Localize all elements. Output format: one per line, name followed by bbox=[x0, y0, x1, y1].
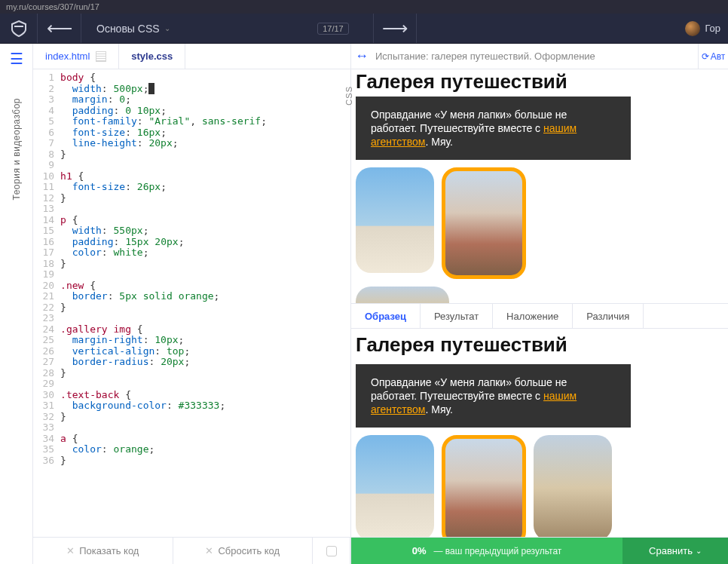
prev-lesson-button[interactable]: ⟵ bbox=[38, 14, 81, 43]
compare-button[interactable]: Сравнить ⌄ bbox=[622, 538, 728, 564]
compare-tabs: Образец Результат Наложение Различия bbox=[351, 303, 728, 329]
tab-index-html[interactable]: index.html bbox=[33, 44, 119, 69]
css-vertical-label[interactable]: CSS bbox=[344, 86, 353, 106]
refresh-icon: ⟳ bbox=[702, 51, 709, 62]
gallery-row bbox=[356, 167, 723, 279]
menu-icon[interactable]: ☰ bbox=[10, 50, 23, 68]
result-pane: Галерея путешествий Оправдание «У меня л… bbox=[351, 69, 728, 303]
intro-paragraph: Оправдание «У меня лапки» больше не рабо… bbox=[356, 364, 631, 428]
tab-diff[interactable]: Различия bbox=[573, 304, 644, 328]
gallery-row bbox=[356, 287, 723, 303]
preview-header: ↔ Испытание: галерея путешествий. Оформл… bbox=[351, 44, 728, 69]
run-button[interactable] bbox=[313, 538, 350, 564]
gallery-image-new bbox=[442, 435, 526, 537]
page-url: my.ru/courses/307/run/17 bbox=[6, 2, 99, 11]
chevron-down-icon: ⌄ bbox=[696, 547, 702, 555]
app-header: ⟵ Основы CSS ⌄ 17/17 ⟶ Гор bbox=[0, 14, 728, 44]
file-tabs: index.html style.css bbox=[33, 44, 350, 69]
avatar bbox=[685, 21, 700, 36]
chevron-down-icon: ⌄ bbox=[164, 24, 170, 32]
preview-title: Испытание: галерея путешествий. Оформлен… bbox=[372, 51, 698, 62]
tab-style-css[interactable]: style.css bbox=[119, 44, 185, 69]
gallery-image bbox=[356, 287, 449, 303]
left-rail: ☰ Теория и видеоразбор bbox=[0, 44, 33, 564]
course-selector[interactable]: Основы CSS ⌄ 17/17 bbox=[81, 14, 373, 43]
user-menu[interactable]: Гор bbox=[678, 21, 728, 36]
enter-key-icon bbox=[326, 546, 337, 556]
gallery-heading: Галерея путешествий bbox=[356, 74, 723, 89]
gallery-image bbox=[356, 167, 434, 273]
intro-paragraph: Оправдание «У меня лапки» больше не рабо… bbox=[356, 97, 631, 160]
tab-result[interactable]: Результат bbox=[421, 304, 493, 328]
preview-bottom-bar: 0% — ваш предыдущий результат Сравнить ⌄ bbox=[351, 537, 728, 564]
reference-pane: Галерея путешествий Оправдание «У меня л… bbox=[351, 329, 728, 537]
resize-handle-icon[interactable]: ↔ bbox=[351, 48, 372, 64]
gallery-image-new bbox=[442, 167, 526, 279]
gallery-heading: Галерея путешествий bbox=[356, 333, 723, 357]
gallery-row bbox=[356, 435, 723, 537]
next-lesson-button[interactable]: ⟶ bbox=[373, 14, 417, 43]
show-answer-button[interactable]: ✕Показать код bbox=[33, 538, 173, 564]
theory-tab[interactable]: Теория и видеоразбор bbox=[11, 98, 22, 200]
editor-bottom-bar: ✕Показать код ✕Сбросить код bbox=[33, 537, 350, 564]
tab-sample[interactable]: Образец bbox=[351, 304, 421, 328]
score-button[interactable]: 0% — ваш предыдущий результат bbox=[351, 538, 622, 564]
code-editor[interactable]: 1234567891011121314151617181920212223242… bbox=[33, 69, 350, 537]
auto-refresh-button[interactable]: ⟳ Авт bbox=[698, 44, 728, 69]
progress-badge: 17/17 bbox=[317, 23, 349, 35]
course-title: Основы CSS bbox=[96, 23, 160, 35]
username: Гор bbox=[705, 23, 720, 34]
tab-overlay[interactable]: Наложение bbox=[493, 304, 573, 328]
browser-url-bar: my.ru/courses/307/run/17 bbox=[0, 0, 728, 14]
logo[interactable] bbox=[0, 14, 38, 43]
gallery-image bbox=[534, 435, 612, 537]
editor-column: index.html style.css CSS 123456789101112… bbox=[33, 44, 351, 564]
gallery-image bbox=[356, 435, 434, 537]
preview-column: ↔ Испытание: галерея путешествий. Оформл… bbox=[351, 44, 728, 564]
split-icon bbox=[96, 51, 106, 62]
reset-button[interactable]: ✕Сбросить код bbox=[173, 538, 313, 564]
